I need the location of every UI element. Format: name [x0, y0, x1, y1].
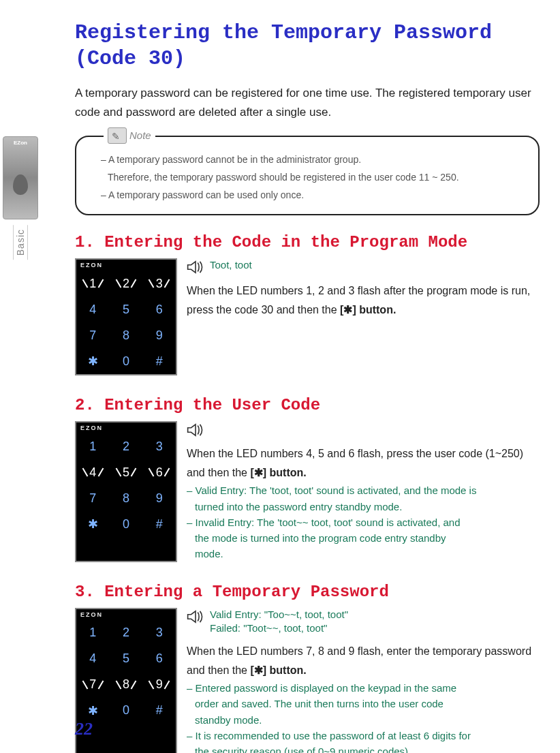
key-star: ✱	[76, 511, 110, 537]
keypad-grid: 1 2 3 4 5 6 7 8 9 ✱ 0 #	[76, 433, 176, 537]
key-4: 4	[76, 296, 110, 322]
key-hash: #	[142, 348, 176, 374]
step1-instruction: When the LED numbers 1, 2 and 3 flash af…	[187, 281, 540, 320]
speaker-icon	[187, 422, 204, 437]
page-number: 22	[75, 719, 93, 739]
keypad-step2: EZON 1 2 3 4 5 6 7 8 9 ✱ 0 #	[75, 421, 177, 562]
side-tab: EZon Basic	[0, 136, 41, 262]
note-label: Note	[129, 127, 151, 144]
page-title: Registering the Temporary Password (Code…	[75, 20, 540, 72]
key-2: 2	[110, 433, 143, 459]
key-2: 2	[110, 620, 143, 646]
keypad-brand: EZON	[76, 609, 176, 620]
step2-sub1: – Valid Entry: The 'toot, toot' sound is…	[187, 485, 476, 496]
step1-bold: [✱] button.	[340, 304, 396, 316]
note-line-2: – A temporary password can be used only …	[101, 187, 526, 204]
step2-instruction: When the LED numbers 4, 5 and 6 flash, p…	[187, 444, 540, 482]
step3: EZON 1 2 3 4 5 6 7 8 9 ✱ 0 #	[75, 608, 540, 753]
key-4: 4	[76, 646, 110, 672]
key-1: 1	[76, 620, 110, 646]
step3-sub1b: order and saved. The unit then turns int…	[187, 696, 540, 711]
step3-sub2: – It is recommended to use the password …	[187, 730, 471, 741]
step2-heading: 2. Entering the User Code	[75, 396, 540, 414]
speaker-icon	[187, 609, 204, 624]
key-9: 9	[142, 485, 176, 511]
step3-sound: Valid Entry: "Too~~t, toot, toot" Failed…	[210, 608, 348, 636]
key-8: 8	[110, 485, 143, 511]
step2-sub1b: turned into the password entry standby m…	[187, 499, 540, 514]
key-0: 0	[110, 511, 143, 537]
device-brand: EZon	[3, 140, 37, 146]
note-line-1: – A temporary password cannot be in the …	[101, 152, 526, 168]
step2-sub2b: the mode is turned into the program code…	[187, 530, 540, 546]
step3-heading: 3. Entering a Temporary Password	[75, 583, 540, 601]
key-3: 3	[142, 271, 176, 296]
key-5: 5	[110, 646, 143, 672]
note-line-1b: Therefore, the temporary password should…	[101, 170, 526, 186]
keypad-brand: EZON	[76, 260, 176, 271]
key-6: 6	[142, 459, 176, 485]
step3-sub2b: the security reason (use of 0~9 numeric …	[187, 743, 540, 753]
step2-bold: [✱] button.	[250, 467, 306, 478]
key-1: 1	[76, 433, 110, 459]
key-5: 5	[110, 459, 143, 485]
manual-page: EZon Basic Registering the Temporary Pas…	[0, 0, 560, 753]
key-0: 0	[110, 348, 143, 374]
key-star: ✱	[76, 348, 110, 374]
step3-sub1c: standby mode.	[187, 712, 540, 728]
key-1: 1	[76, 271, 110, 296]
key-7: 7	[76, 485, 110, 511]
step3-instruction: When the LED numbers 7, 8 and 9 flash, e…	[187, 642, 540, 680]
key-3: 3	[142, 433, 176, 459]
step3-sound-a: Valid Entry: "Too~~t, toot, toot"	[210, 609, 348, 620]
side-label-text: Basic	[13, 225, 28, 260]
pencil-icon	[108, 127, 127, 144]
key-4: 4	[76, 459, 110, 485]
step3-bold: [✱] button.	[250, 664, 306, 676]
key-6: 6	[142, 296, 176, 322]
step3-sublist: – Entered password is displayed on the k…	[187, 680, 540, 753]
step1-heading: 1. Entering the Code in the Program Mode	[75, 233, 540, 251]
keypad-grid: 1 2 3 4 5 6 7 8 9 ✱ 0 #	[76, 271, 176, 374]
note-box: Note – A temporary password cannot be in…	[75, 136, 540, 215]
note-tab: Note	[104, 127, 155, 144]
key-8: 8	[110, 672, 143, 698]
step3-sub1: – Entered password is displayed on the k…	[187, 682, 456, 694]
key-7: 7	[76, 672, 110, 698]
step3-sound-b: Failed: "Toot~~, toot, toot"	[210, 622, 327, 634]
key-6: 6	[142, 646, 176, 672]
speaker-icon	[187, 260, 204, 275]
device-thumb: EZon	[3, 136, 38, 219]
step2-body: When the LED numbers 4, 5 and 6 flash, p…	[187, 421, 540, 562]
step2-sub2c: mode.	[187, 546, 540, 562]
key-9: 9	[142, 322, 176, 348]
intro-paragraph: A temporary password can be registered f…	[75, 84, 540, 122]
step1-body: Toot, toot When the LED numbers 1, 2 and…	[187, 258, 540, 375]
key-0: 0	[110, 698, 143, 724]
key-3: 3	[142, 620, 176, 646]
step2-sub2: – Invalid Entry: The 'toot~~ toot, toot'…	[187, 517, 461, 528]
keypad-step1: EZON 1 2 3 4 5 6 7 8 9 ✱ 0 #	[75, 258, 177, 375]
step2: EZON 1 2 3 4 5 6 7 8 9 ✱ 0 #	[75, 421, 540, 562]
step2-sublist: – Valid Entry: The 'toot, toot' sound is…	[187, 482, 540, 562]
step2-text: When the LED numbers 4, 5 and 6 flash, p…	[187, 448, 523, 478]
key-hash: #	[142, 698, 176, 724]
key-2: 2	[110, 271, 143, 296]
step1: EZON 1 2 3 4 5 6 7 8 9 ✱ 0 # Toot, t	[75, 258, 540, 375]
key-5: 5	[110, 296, 143, 322]
keypad-grid: 1 2 3 4 5 6 7 8 9 ✱ 0 #	[76, 620, 176, 724]
key-8: 8	[110, 322, 143, 348]
key-hash: #	[142, 511, 176, 537]
key-7: 7	[76, 322, 110, 348]
door-knob-icon	[13, 174, 28, 195]
step1-sound: Toot, toot	[210, 258, 252, 272]
step3-body: Valid Entry: "Too~~t, toot, toot" Failed…	[187, 608, 540, 753]
keypad-brand: EZON	[76, 422, 176, 433]
step3-text: When the LED numbers 7, 8 and 9 flash, e…	[187, 645, 531, 676]
key-9: 9	[142, 672, 176, 698]
